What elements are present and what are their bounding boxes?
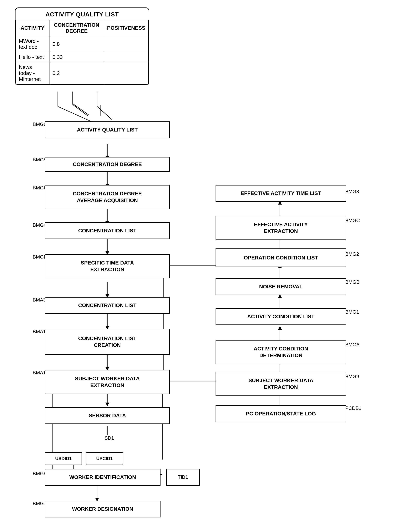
cell-activity-1: MWord - text.doc — [16, 36, 49, 52]
box-aql-flow: ACTIVITY QUALITY LIST — [45, 121, 170, 138]
box-tid1: TID1 — [166, 469, 200, 486]
cell-conc-1: 0.8 — [49, 36, 104, 52]
svg-line-8 — [97, 107, 112, 120]
col-activity: ACTIVITY — [16, 20, 49, 36]
box-specific-time: SPECIFIC TIME DATA EXTRACTION — [45, 254, 170, 278]
cell-pos-3 — [104, 62, 148, 84]
box-subject-worker: SUBJECT WORKER DATA EXTRACTION — [45, 370, 170, 394]
table-row: Hello - text 0.33 — [16, 52, 148, 62]
label-bmga: BMGA — [345, 342, 360, 348]
label-bma3: BMA3 — [33, 297, 46, 303]
aql-table: ACTIVITY CONCENTRATION DEGREE POSITIVENE… — [15, 20, 149, 84]
svg-marker-42 — [278, 326, 282, 330]
box-upcid1: UPCID1 — [86, 452, 123, 465]
label-bmg7: BMG7 — [33, 501, 46, 507]
label-bmg3: BMG3 — [345, 189, 359, 195]
svg-line-4 — [73, 104, 89, 115]
svg-line-6 — [58, 107, 95, 123]
box-eff-act-time: EFFECTIVE ACTIVITY TIME LIST — [216, 185, 346, 202]
label-bmg9: BMG9 — [345, 374, 359, 379]
box-sensor-data: SENSOR DATA — [45, 407, 170, 424]
box-conc-list-creation: CONCENTRATION LIST CREATION — [45, 329, 170, 355]
label-bmg1: BMG1 — [345, 309, 359, 315]
col-positiveness: POSITIVENESS — [104, 20, 148, 36]
label-sd1: SD1 — [105, 435, 114, 441]
box-op-cond-list: OPERATION CONDITION LIST — [216, 248, 346, 267]
label-bmg8: BMG8 — [33, 471, 46, 476]
cell-conc-3: 0.2 — [49, 62, 104, 84]
box-act-cond-det: ACTIVITY CONDITION DETERMINATION — [216, 340, 346, 364]
cell-pos-2 — [104, 52, 148, 62]
box-act-cond-list: ACTIVITY CONDITION LIST — [216, 308, 346, 325]
label-bmgb: BMGB — [345, 279, 360, 285]
page: ACTIVITY QUALITY LIST ACTIVITY CONCENTRA… — [0, 0, 402, 532]
box-noise-removal: NOISE REMOVAL — [216, 278, 346, 295]
box-usdid1: USDID1 — [45, 452, 82, 465]
box-worker-desig: WORKER DESIGNATION — [45, 501, 161, 517]
aql-container: ACTIVITY QUALITY LIST ACTIVITY CONCENTRA… — [15, 7, 149, 85]
box-conc-list: CONCENTRATION LIST — [45, 222, 170, 239]
col-concentration: CONCENTRATION DEGREE — [49, 20, 104, 36]
label-bmg4: BMG4 — [33, 222, 46, 228]
cell-pos-1 — [104, 36, 148, 52]
table-row: MWord - text.doc 0.8 — [16, 36, 148, 52]
svg-line-1 — [73, 105, 88, 116]
cell-conc-2: 0.33 — [49, 52, 104, 62]
label-pcdb1: PCDB1 — [345, 405, 361, 411]
box-eff-act-extract: EFFECTIVE ACTIVITY EXTRACTION — [216, 216, 346, 240]
label-bmg2: BMG2 — [345, 251, 359, 257]
aql-title: ACTIVITY QUALITY LIST — [15, 8, 149, 20]
cell-activity-3: News today - Minternet — [16, 62, 49, 84]
box-subject-worker2: SUBJECT WORKER DATA EXTRACTION — [216, 372, 346, 396]
svg-marker-26 — [105, 403, 109, 406]
box-conc-list2: CONCENTRATION LIST — [45, 297, 170, 314]
box-pc-op-log: PC OPERATION/STATE LOG — [216, 405, 346, 422]
table-row: News today - Minternet 0.2 — [16, 62, 148, 84]
box-worker-id: WORKER IDENTIFICATION — [45, 469, 161, 486]
label-bmg5: BMG5 — [33, 157, 46, 163]
label-bmg6: BMG6 — [33, 121, 46, 127]
cell-activity-2: Hello - text — [16, 52, 49, 62]
box-conc-degree: CONCENTRATION DEGREE — [45, 157, 170, 172]
box-conc-avg: CONCENTRATION DEGREE AVERAGE ACQUISITION — [45, 185, 170, 209]
label-bmgc: BMGC — [345, 218, 360, 223]
